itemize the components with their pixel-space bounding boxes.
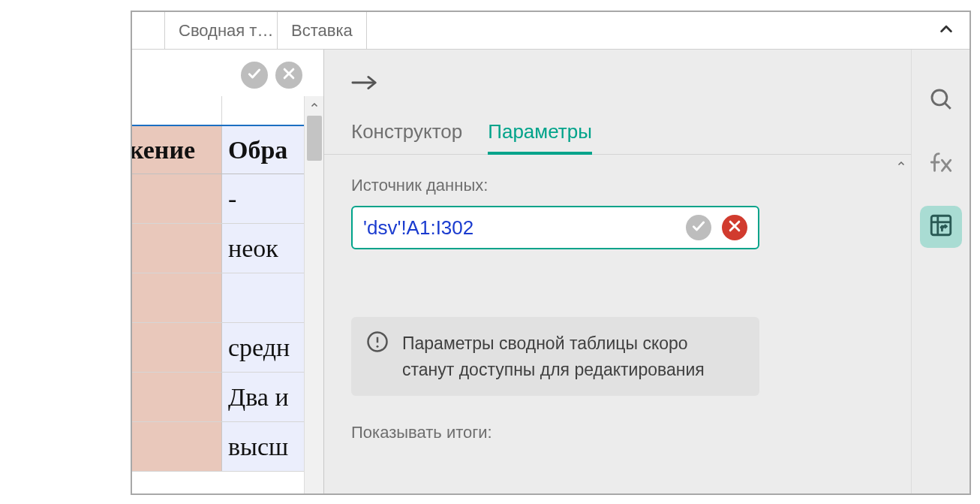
svg-point-7 (377, 346, 379, 348)
chevron-up-icon (938, 21, 954, 41)
info-icon (366, 330, 389, 353)
tab-label: Вставка (291, 21, 353, 41)
table-row: Два и (132, 373, 311, 422)
cell[interactable] (132, 422, 222, 471)
scroll-up-button[interactable] (891, 155, 911, 174)
cell[interactable]: Два и (222, 373, 311, 421)
collapse-ribbon-button[interactable] (933, 18, 959, 44)
tab-designer[interactable]: Конструктор (351, 120, 462, 154)
rail-fx-button[interactable] (920, 143, 962, 185)
body-row: кение Обра - неок средн (132, 50, 969, 493)
source-confirm-button[interactable] (686, 215, 711, 240)
source-input-wrap (351, 206, 759, 249)
table-row (132, 273, 311, 323)
pivot-table-icon (928, 213, 954, 241)
panel-tabs: Конструктор Параметры (324, 120, 911, 155)
header-cell[interactable]: кение (132, 126, 222, 174)
tab-pivot-table[interactable]: Сводная т… (165, 12, 278, 49)
close-icon (281, 66, 296, 84)
tab-parameters[interactable]: Параметры (488, 120, 592, 154)
cell[interactable]: неок (222, 224, 311, 273)
cell[interactable] (222, 273, 311, 322)
cell[interactable] (132, 224, 222, 273)
cell[interactable]: средн (222, 323, 311, 372)
table-row: высш (132, 422, 311, 472)
tab-insert[interactable]: Вставка (278, 12, 367, 49)
table-row: - (132, 174, 311, 224)
rail-search-button[interactable] (920, 80, 962, 122)
cell[interactable] (132, 323, 222, 372)
panel-vertical-scrollbar[interactable] (891, 155, 911, 493)
panel-body: Источник данных: (324, 155, 911, 493)
right-icon-rail (911, 50, 969, 493)
cell[interactable] (132, 174, 222, 223)
table-row: неок (132, 224, 311, 273)
header-cell[interactable]: Обра (222, 126, 311, 174)
cancel-button[interactable] (275, 62, 302, 89)
info-text: Параметры сводной таблицы скоро станут д… (402, 330, 744, 382)
formula-confirm-cancel (241, 62, 302, 89)
app-window: Сводная т… Вставка (131, 11, 971, 495)
scrollbar-thumb[interactable] (307, 116, 322, 161)
tab-label: Параметры (488, 120, 592, 143)
info-box: Параметры сводной таблицы скоро станут д… (351, 317, 759, 396)
tab-label: Конструктор (351, 120, 462, 143)
check-icon (691, 219, 706, 237)
cell[interactable]: высш (222, 422, 311, 471)
svg-line-9 (944, 103, 950, 109)
sheet-grid[interactable]: кение Обра - неок средн (132, 125, 311, 472)
cell[interactable]: - (222, 174, 311, 223)
check-icon (247, 66, 262, 84)
rail-pivot-button[interactable] (920, 206, 962, 248)
ribbon-tabstrip: Сводная т… Вставка (132, 12, 969, 50)
sheet-blank-row (132, 96, 311, 125)
sheet-vertical-scrollbar[interactable] (304, 96, 323, 493)
chevron-up-icon (897, 158, 906, 171)
table-header-row: кение Обра (132, 125, 311, 174)
tab-label: Сводная т… (179, 21, 273, 41)
chevron-up-icon (310, 99, 319, 113)
svg-rect-12 (931, 216, 951, 235)
fx-icon (928, 149, 954, 178)
scroll-up-button[interactable] (305, 96, 323, 116)
tabstrip-spacer (132, 12, 165, 49)
panel-header (324, 50, 911, 98)
close-icon (727, 219, 742, 237)
source-label: Источник данных: (351, 176, 884, 195)
show-totals-label: Показывать итоги: (351, 423, 884, 442)
source-cancel-button[interactable] (722, 215, 747, 240)
table-row: средн (132, 323, 311, 373)
arrow-right-icon (351, 74, 380, 95)
svg-point-8 (931, 90, 946, 105)
source-input[interactable] (363, 216, 675, 240)
search-icon (928, 86, 954, 115)
confirm-button[interactable] (241, 62, 268, 89)
side-panel: Конструктор Параметры Источник данных: (323, 50, 911, 493)
cell[interactable] (132, 273, 222, 322)
panel-collapse-button[interactable] (351, 71, 383, 98)
cell[interactable] (132, 373, 222, 421)
sheet-area: кение Обра - неок средн (132, 50, 323, 493)
